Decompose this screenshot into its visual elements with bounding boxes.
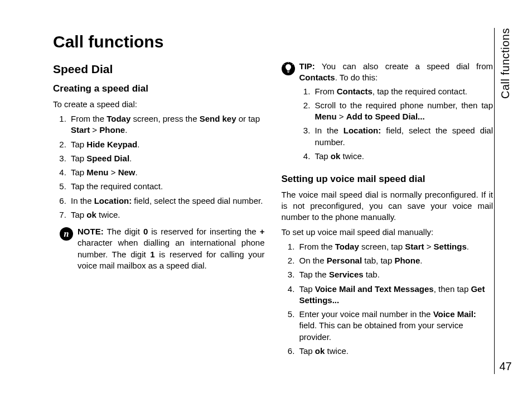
- svg-line-2: [284, 64, 284, 65]
- steps-list: From the Today screen, press the Send ke…: [53, 113, 265, 221]
- list-item: Tap ok twice.: [297, 346, 494, 357]
- list-item: In the Location: field, select the speed…: [69, 195, 265, 207]
- list-item: Tap the required contact.: [69, 181, 265, 192]
- list-item: Tap ok twice.: [313, 151, 494, 162]
- side-chapter-text: Call functions: [498, 28, 513, 99]
- section-heading: Speed Dial: [53, 61, 265, 77]
- left-column: Call functions Speed Dial Creating a spe…: [53, 31, 265, 377]
- list-item: Tap Speed Dial.: [69, 153, 265, 164]
- note-callout: n NOTE: The digit 0 is reserved for inse…: [53, 226, 265, 271]
- list-item: From Contacts, tap the required contact.: [313, 86, 494, 97]
- list-item: From the Today screen, tap Start > Setti…: [297, 241, 494, 252]
- note-icon: n: [60, 227, 73, 241]
- subsection-heading: Setting up voice mail speed dial: [282, 173, 494, 186]
- intro-text: To create a speed dial:: [53, 99, 265, 110]
- list-item: On the Personal tab, tap Phone.: [297, 255, 494, 266]
- list-item: Tap ok twice.: [69, 209, 265, 221]
- list-item: Tap Voice Mail and Text Messages, then t…: [297, 284, 494, 306]
- list-item: Tap Hide Keypad.: [69, 139, 265, 150]
- list-item: Tap the Services tab.: [297, 269, 494, 280]
- page-content: Call functions Speed Dial Creating a spe…: [53, 31, 493, 377]
- right-column: TIP: You can also create a speed dial fr…: [282, 31, 494, 377]
- list-item: Tap Menu > New.: [69, 167, 265, 178]
- lightbulb-icon: [282, 62, 295, 75]
- intro-text: To set up voice mail speed dial manually…: [282, 227, 494, 238]
- list-item: From the Today screen, press the Send ke…: [69, 113, 265, 136]
- list-item: Enter your voice mail number in the Voic…: [297, 309, 494, 343]
- steps-list: From the Today screen, tap Start > Setti…: [282, 241, 494, 357]
- page-title: Call functions: [53, 31, 265, 54]
- tip-body: TIP: You can also create a speed dial fr…: [299, 61, 494, 167]
- note-body: NOTE: The digit 0 is reserved for insert…: [78, 226, 265, 271]
- tip-callout: TIP: You can also create a speed dial fr…: [282, 61, 494, 167]
- svg-line-3: [292, 64, 293, 65]
- side-label: Call functions 47: [494, 28, 513, 374]
- page-number: 47: [499, 359, 511, 374]
- list-item: In the Location: field, select the speed…: [313, 125, 494, 148]
- subsection-heading: Creating a speed dial: [53, 83, 265, 95]
- paragraph: The voice mail speed dial is normally pr…: [282, 189, 494, 223]
- tip-steps: From Contacts, tap the required contact.…: [299, 86, 494, 162]
- list-item: Scroll to the required phone number, the…: [313, 100, 494, 123]
